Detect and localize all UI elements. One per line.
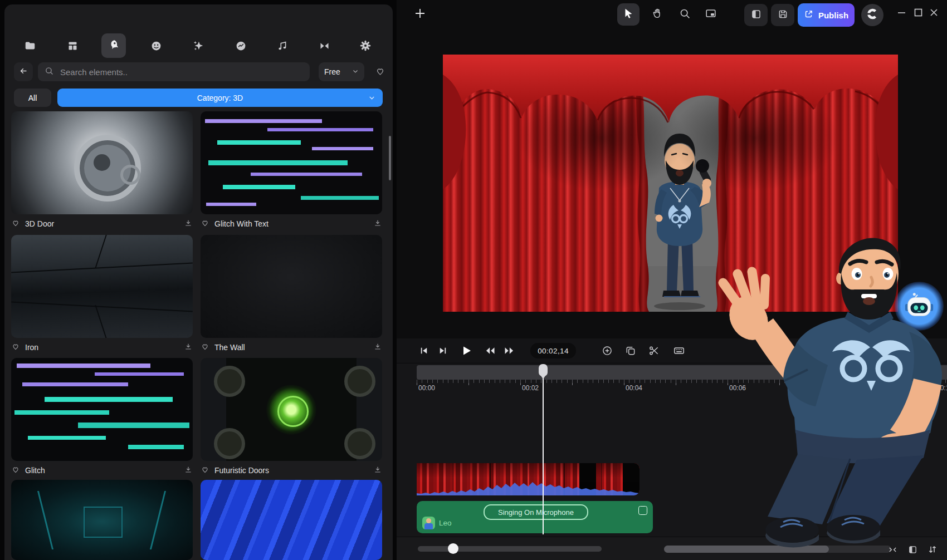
free-filter-dropdown[interactable]: Free bbox=[319, 62, 364, 81]
download-icon[interactable] bbox=[373, 342, 382, 353]
tab-characters[interactable] bbox=[144, 33, 168, 58]
close-icon bbox=[930, 8, 938, 19]
glitch-streak bbox=[312, 147, 373, 150]
close-button[interactable] bbox=[926, 6, 941, 21]
rewind-button[interactable] bbox=[481, 342, 499, 360]
panel-scrollbar[interactable] bbox=[389, 136, 391, 180]
corridor-light bbox=[37, 491, 53, 549]
save-button[interactable] bbox=[771, 4, 794, 26]
heart-icon[interactable] bbox=[201, 342, 209, 352]
picture-in-picture-icon bbox=[705, 7, 717, 22]
heart-icon[interactable] bbox=[11, 465, 20, 475]
action-label: Singing On Microphone bbox=[498, 508, 574, 517]
skip-start-button[interactable] bbox=[416, 342, 432, 360]
glitch-streak bbox=[128, 445, 184, 449]
minimize-button[interactable] bbox=[894, 6, 909, 21]
element-thumbnail-glitch-with-text[interactable] bbox=[201, 111, 382, 214]
clip-detach-icon[interactable] bbox=[638, 506, 647, 515]
glitch-streak bbox=[17, 363, 150, 368]
zoom-slider[interactable] bbox=[418, 546, 602, 552]
split-scissors-button[interactable] bbox=[645, 342, 663, 360]
tab-transitions[interactable] bbox=[312, 33, 336, 58]
back-arrow-icon bbox=[19, 66, 28, 78]
element-thumbnail-corridor[interactable] bbox=[11, 480, 193, 560]
skip-end-button[interactable] bbox=[435, 342, 451, 360]
element-name: Futuristic Doors bbox=[214, 466, 269, 475]
element-thumbnail-blue-blocks[interactable] bbox=[201, 480, 382, 560]
all-label: All bbox=[28, 94, 37, 102]
timecode-display: 00:02,14 bbox=[530, 343, 576, 358]
download-icon[interactable] bbox=[184, 465, 193, 476]
heart-icon[interactable] bbox=[201, 465, 209, 475]
glitch-streak bbox=[301, 196, 379, 200]
add-element-button[interactable] bbox=[598, 342, 616, 360]
leo-character-figure[interactable] bbox=[713, 234, 947, 551]
panel-seam bbox=[95, 305, 106, 338]
fast-forward-button[interactable] bbox=[500, 342, 518, 360]
play-button[interactable] bbox=[457, 341, 476, 361]
cursor-tool-button[interactable] bbox=[617, 3, 640, 26]
hand-tool-button[interactable] bbox=[646, 3, 668, 26]
transition-bowtie-icon bbox=[319, 40, 330, 52]
action-pill[interactable]: Singing On Microphone bbox=[484, 504, 588, 520]
zoom-tool-button[interactable] bbox=[673, 3, 696, 26]
publish-button[interactable]: Publish bbox=[798, 3, 855, 27]
glitch-streak bbox=[95, 372, 184, 376]
heart-icon[interactable] bbox=[11, 342, 20, 352]
tab-projects[interactable] bbox=[18, 33, 42, 58]
tab-effects[interactable] bbox=[186, 33, 211, 58]
download-icon[interactable] bbox=[184, 219, 193, 229]
coil bbox=[344, 366, 375, 397]
tab-music[interactable] bbox=[270, 33, 294, 58]
element-name: Iron bbox=[25, 343, 38, 352]
element-thumbnail-glitch[interactable] bbox=[11, 358, 193, 461]
favorites-button[interactable] bbox=[373, 66, 387, 79]
element-thumbnail-3d-door[interactable] bbox=[11, 111, 193, 214]
gear-icon bbox=[359, 40, 372, 52]
character-track-clip[interactable]: Singing On Microphone Leo bbox=[417, 501, 653, 533]
download-icon[interactable] bbox=[373, 465, 382, 476]
search-icon bbox=[45, 66, 54, 78]
add-scene-button[interactable] bbox=[409, 3, 431, 26]
panel-toggle-button[interactable] bbox=[744, 4, 768, 26]
category-dropdown[interactable]: Category: 3D bbox=[57, 89, 383, 107]
search-box[interactable] bbox=[38, 62, 310, 81]
maximize-button[interactable] bbox=[910, 6, 926, 21]
tab-layouts[interactable] bbox=[60, 33, 85, 58]
search-icon bbox=[679, 8, 691, 22]
ruler-label: 00:00 bbox=[418, 384, 435, 392]
hand-icon bbox=[651, 7, 663, 22]
free-filter-label: Free bbox=[324, 67, 340, 76]
zoom-slider-knob[interactable] bbox=[448, 543, 458, 554]
playhead-handle[interactable] bbox=[539, 364, 548, 376]
video-track-clip[interactable] bbox=[417, 463, 640, 495]
element-thumbnail-iron[interactable] bbox=[11, 235, 193, 338]
element-name: Glitch With Text bbox=[214, 219, 269, 228]
tab-settings[interactable] bbox=[353, 33, 378, 58]
vault-hub bbox=[94, 154, 110, 171]
duplicate-button[interactable] bbox=[622, 342, 640, 360]
search-input[interactable] bbox=[59, 67, 303, 77]
logo-icon bbox=[866, 7, 879, 23]
glitch-streak bbox=[28, 436, 106, 440]
download-icon[interactable] bbox=[373, 219, 382, 229]
download-icon[interactable] bbox=[184, 342, 193, 353]
glitch-streak bbox=[45, 397, 173, 402]
element-thumbnail-the-wall[interactable] bbox=[201, 235, 382, 338]
rocket-icon bbox=[108, 38, 120, 53]
coil bbox=[344, 428, 375, 459]
heart-icon[interactable] bbox=[201, 219, 209, 229]
heart-icon[interactable] bbox=[11, 219, 20, 229]
caption-keyboard-button[interactable] bbox=[670, 342, 689, 360]
corridor-light bbox=[150, 491, 166, 549]
pip-preview-button[interactable] bbox=[700, 3, 722, 26]
element-name: Glitch bbox=[25, 466, 45, 475]
chevron-down-icon bbox=[368, 94, 375, 103]
brand-logo[interactable] bbox=[861, 4, 883, 26]
playhead-line bbox=[543, 367, 544, 534]
tab-stickers[interactable] bbox=[228, 33, 253, 58]
back-button[interactable] bbox=[14, 62, 33, 81]
tab-elements[interactable] bbox=[101, 33, 126, 58]
element-thumbnail-futuristic-doors[interactable] bbox=[201, 358, 382, 461]
category-all-button[interactable]: All bbox=[14, 89, 51, 107]
